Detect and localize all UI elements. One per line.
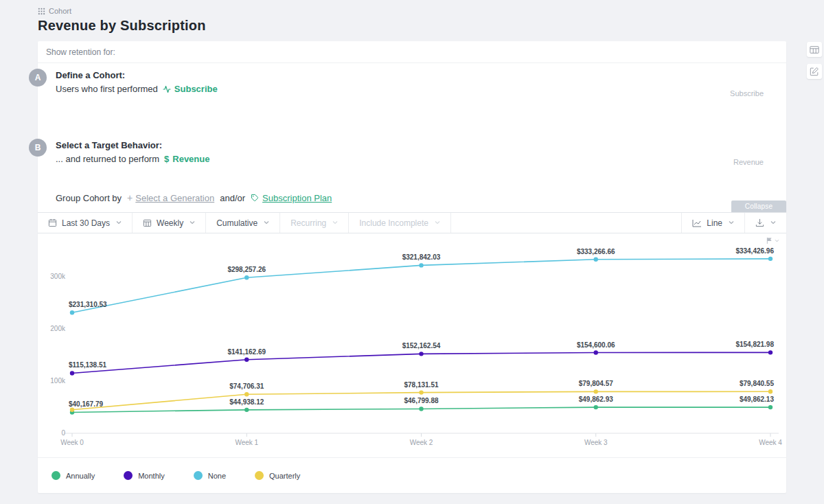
- cohort-event-label: Subscribe: [174, 84, 218, 94]
- behavior-prefix-text: ... and returned to perform: [56, 154, 159, 164]
- data-point[interactable]: [594, 257, 598, 262]
- grid-icon: [38, 8, 45, 15]
- date-range-value: Last 30 Days: [62, 218, 110, 228]
- include-incomplete-dropdown[interactable]: Include Incomplete: [349, 213, 451, 233]
- data-point[interactable]: [768, 389, 772, 393]
- legend-item[interactable]: None: [194, 471, 226, 480]
- data-point[interactable]: [419, 263, 423, 267]
- data-label: $49,862.13: [740, 396, 774, 403]
- data-point[interactable]: [70, 310, 74, 314]
- page-title: Revenue by Subscription: [38, 18, 824, 34]
- data-point[interactable]: [244, 408, 249, 412]
- breadcrumb[interactable]: Cohort: [38, 7, 71, 15]
- table-view-button[interactable]: [807, 42, 822, 57]
- download-dropdown[interactable]: [744, 213, 786, 233]
- data-point[interactable]: [244, 392, 249, 396]
- tag-icon: [251, 194, 259, 202]
- data-point[interactable]: [594, 350, 598, 354]
- show-retention-label: Show retention for:: [46, 47, 115, 57]
- chevron-down-icon: [775, 240, 779, 242]
- data-label: $44,938.12: [229, 398, 264, 406]
- data-point[interactable]: [594, 405, 598, 409]
- data-point[interactable]: [70, 371, 74, 375]
- data-label: $79,804.57: [579, 380, 613, 387]
- line-chart-icon: [692, 219, 702, 227]
- x-tick-label: Week 3: [584, 439, 608, 446]
- breadcrumb-label: Cohort: [49, 7, 71, 15]
- edit-icon: [810, 67, 819, 76]
- cohort-summary-label: Subscribe: [730, 89, 764, 98]
- subscription-plan-label: Subscription Plan: [262, 193, 332, 203]
- data-point[interactable]: [768, 405, 772, 409]
- define-cohort-heading: Define a Cohort:: [56, 70, 218, 80]
- subscription-plan-link[interactable]: Subscription Plan: [251, 193, 332, 203]
- step-b-badge: B: [29, 139, 47, 157]
- data-point[interactable]: [419, 406, 423, 411]
- legend-swatch: [52, 471, 60, 480]
- activity-icon: [163, 85, 171, 93]
- y-tick-label: 0: [61, 429, 65, 437]
- data-point[interactable]: [419, 352, 423, 356]
- chevron-down-icon: [770, 221, 776, 225]
- y-tick-label: 200k: [50, 325, 66, 332]
- data-label: $321,842.03: [402, 253, 441, 261]
- select-generation-link[interactable]: + Select a Generation: [127, 192, 214, 203]
- calendar-week-icon: [143, 218, 152, 227]
- side-toolbar: [807, 42, 822, 79]
- behavior-event-label: Revenue: [172, 154, 209, 164]
- y-tick-label: 100k: [50, 377, 66, 385]
- collapse-button[interactable]: Collapse: [731, 201, 786, 212]
- legend-swatch: [194, 471, 203, 480]
- interval-value: Weekly: [157, 218, 183, 228]
- data-point[interactable]: [244, 275, 249, 279]
- target-behavior-section: B Select a Target Behavior: ... and retu…: [56, 140, 209, 164]
- show-retention-row: Show retention for:: [38, 41, 786, 63]
- download-icon: [755, 218, 764, 227]
- behavior-event-link[interactable]: $ Revenue: [164, 154, 209, 164]
- annotation-flag-button[interactable]: [766, 237, 779, 244]
- x-tick-label: Week 2: [410, 439, 433, 446]
- recurring-dropdown[interactable]: Recurring: [280, 213, 349, 233]
- edit-button[interactable]: [807, 64, 822, 79]
- chevron-down-icon: [332, 221, 338, 225]
- cohort-panel: Show retention for: A Define a Cohort: U…: [38, 41, 786, 493]
- data-label: $333,266.66: [577, 248, 615, 255]
- plus-icon: +: [127, 192, 133, 203]
- data-label: $78,131.51: [404, 381, 438, 389]
- data-label: $152,162.54: [402, 342, 441, 350]
- data-point[interactable]: [70, 408, 74, 412]
- table-icon: [810, 45, 819, 54]
- chevron-down-icon: [264, 221, 269, 225]
- data-point[interactable]: [768, 350, 772, 354]
- legend-label: Monthly: [138, 472, 165, 480]
- legend-item[interactable]: Annually: [52, 471, 95, 480]
- target-behavior-heading: Select a Target Behavior:: [56, 140, 209, 150]
- date-range-dropdown[interactable]: Last 30 Days: [38, 213, 133, 233]
- chart-type-value: Line: [707, 218, 722, 228]
- cohort-event-link[interactable]: Subscribe: [163, 84, 218, 94]
- data-label: $298,257.26: [227, 266, 266, 273]
- select-generation-label: Select a Generation: [135, 193, 214, 203]
- behavior-summary-label: Revenue: [733, 158, 764, 166]
- legend-item[interactable]: Monthly: [124, 471, 165, 480]
- cohort-prefix-text: Users who first performed: [56, 84, 158, 94]
- legend-label: Quarterly: [269, 472, 300, 480]
- revenue-line-chart[interactable]: 0100k200k300kWeek 0Week 1Week 2Week 3Wee…: [38, 233, 785, 453]
- legend: AnnuallyMonthlyNoneQuarterly: [38, 457, 786, 493]
- aggregation-value: Cumulative: [216, 218, 258, 228]
- data-point[interactable]: [419, 390, 423, 394]
- data-point[interactable]: [244, 358, 249, 362]
- data-label: $79,840.55: [740, 380, 774, 387]
- legend-label: None: [208, 472, 226, 480]
- x-tick-label: Week 1: [235, 439, 258, 446]
- y-tick-label: 300k: [50, 273, 66, 280]
- chart-type-dropdown[interactable]: Line: [681, 213, 744, 233]
- step-a-badge: A: [29, 69, 47, 87]
- aggregation-dropdown[interactable]: Cumulative: [206, 213, 280, 233]
- data-point[interactable]: [594, 389, 598, 393]
- interval-dropdown[interactable]: Weekly: [133, 213, 206, 233]
- group-cohort-label: Group Cohort by: [56, 193, 122, 203]
- legend-item[interactable]: Quarterly: [255, 471, 300, 480]
- data-point[interactable]: [768, 257, 772, 261]
- x-tick-label: Week 4: [759, 439, 782, 446]
